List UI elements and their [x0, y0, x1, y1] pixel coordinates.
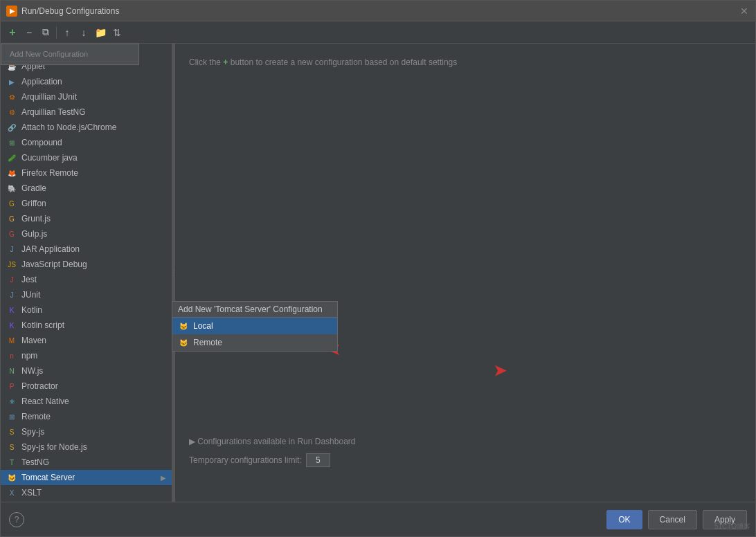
item-label: Gradle [21, 183, 46, 193]
submenu-item-remote[interactable]: 🐱 Remote [172, 334, 337, 351]
list-item[interactable]: 🥒 Cucumber java [1, 150, 172, 165]
ok-button[interactable]: OK [606, 510, 642, 529]
list-item[interactable]: G Griffon [1, 196, 172, 211]
list-item[interactable]: T TestNG [1, 455, 172, 470]
list-item[interactable]: K Kotlin script [1, 318, 172, 333]
list-item[interactable]: ⚙ Arquillian JUnit [1, 89, 172, 104]
list-item-more[interactable]: 33 items more (irrelevant)... [1, 500, 172, 502]
item-label: npm [21, 351, 37, 361]
item-label: Gulp.js [21, 229, 47, 239]
configs-available[interactable]: ▶ Configurations available in Run Dashbo… [189, 437, 355, 446]
item-label: Protractor [21, 381, 58, 391]
list-item[interactable]: ⚙ Arquillian TestNG [1, 104, 172, 120]
folder-button[interactable]: 📁 [93, 25, 108, 40]
move-up-button[interactable]: ↑ [60, 25, 75, 40]
kotlin-script-icon: K [6, 320, 17, 331]
close-button[interactable]: ✕ [739, 6, 750, 17]
list-item-remote[interactable]: ⊞ Remote [1, 409, 172, 424]
list-item[interactable]: X XSLT [1, 485, 172, 500]
item-label: Application [21, 77, 62, 87]
move-down-button[interactable]: ↓ [76, 25, 91, 40]
list-item[interactable]: J Jest [1, 272, 172, 287]
list-item[interactable]: S Spy-js for Node.js [1, 439, 172, 455]
protractor-icon: P [6, 381, 17, 392]
attach-icon: 🔗 [6, 122, 17, 133]
item-label: Spy-js [21, 427, 44, 437]
item-label: TestNG [21, 457, 49, 467]
list-item[interactable]: S Spy-js [1, 424, 172, 439]
list-item[interactable]: K Kotlin [1, 302, 172, 318]
react-icon: ⚛ [6, 396, 17, 407]
item-label: Kotlin [21, 305, 42, 315]
item-label: XSLT [21, 488, 42, 498]
tomcat-icon: 🐱 [6, 472, 17, 483]
cancel-button[interactable]: Cancel [648, 510, 697, 529]
item-label: Firefox Remote [21, 168, 78, 178]
firefox-icon: 🦊 [6, 167, 17, 179]
watermark: 51CTO博客 [714, 522, 750, 531]
item-label: JUnit [21, 290, 40, 300]
list-item[interactable]: 🔗 Attach to Node.js/Chrome [1, 120, 172, 135]
item-label: Jest [21, 275, 37, 284]
hint-suffix: button to create a new configuration bas… [228, 57, 457, 67]
submenu-arrow: ▶ [161, 474, 166, 482]
list-item-react-native[interactable]: ⚛ React Native [1, 394, 172, 409]
tomcat-submenu: Add New 'Tomcat Server' Configuration 🐱 … [172, 301, 338, 352]
list-item-application[interactable]: ▶ Application [1, 74, 172, 89]
item-label: Compound [21, 138, 62, 147]
right-panel: Click the + button to create a new confi… [175, 44, 755, 502]
item-label: Spy-js for Node.js [21, 442, 87, 452]
remove-config-button[interactable]: − [21, 25, 37, 40]
help-button[interactable]: ? [9, 512, 24, 527]
config-type-list[interactable]: 🐜 Ant Target ☕ Applet ▶ Application ⚙ Ar… [1, 44, 172, 502]
list-item[interactable]: P Protractor [1, 379, 172, 394]
sort-button[interactable]: ⇅ [109, 25, 125, 40]
item-label: Remote [21, 412, 51, 421]
list-item[interactable]: n npm [1, 348, 172, 363]
add-config-button[interactable]: + [5, 25, 20, 40]
list-item[interactable]: G Grunt.js [1, 211, 172, 226]
list-item-compound[interactable]: ⊞ Compound [1, 135, 172, 150]
remote-submenu-icon: 🐱 [178, 337, 189, 348]
item-label: NW.js [21, 366, 43, 376]
list-item-jar[interactable]: J JAR Application [1, 242, 172, 257]
local-icon: 🐱 [178, 320, 189, 331]
app-icon: ▶ [6, 6, 17, 17]
griffon-icon: G [6, 198, 17, 209]
list-item[interactable]: G Gulp.js [1, 226, 172, 242]
spyjs-node-icon: S [6, 442, 17, 453]
item-label: JavaScript Debug [21, 260, 87, 269]
configs-label: ▶ Configurations available in Run Dashbo… [189, 437, 355, 446]
hint-prefix: Click the [189, 57, 223, 67]
gruntjs-icon: G [6, 213, 17, 224]
copy-config-button[interactable]: ⧉ [38, 25, 53, 40]
item-label: Kotlin script [21, 320, 64, 330]
submenu-item-local[interactable]: 🐱 Local [172, 318, 337, 334]
list-item[interactable]: 🐘 Gradle [1, 181, 172, 196]
submenu-header: Add New 'Tomcat Server' Configuration [172, 301, 338, 318]
gradle-icon: 🐘 [6, 183, 17, 194]
list-item[interactable]: JS JavaScript Debug [1, 257, 172, 272]
spyjs-icon: S [6, 426, 17, 437]
nwjs-icon: N [6, 365, 17, 376]
gulpjs-icon: G [6, 228, 17, 239]
title-bar: ▶ Run/Debug Configurations ✕ [1, 1, 755, 21]
list-item[interactable]: J JUnit [1, 287, 172, 302]
item-label: Tomcat Server [21, 473, 75, 482]
list-item[interactable]: N NW.js [1, 363, 172, 379]
title-bar-left: ▶ Run/Debug Configurations [6, 6, 119, 17]
jar-icon: J [6, 244, 17, 255]
temp-limit-input[interactable] [306, 453, 330, 467]
item-label: Arquillian TestNG [21, 107, 85, 117]
list-item[interactable]: M Maven [1, 333, 172, 348]
arquillian-junit-icon: ⚙ [6, 91, 17, 102]
junit-icon: J [6, 289, 17, 300]
application-icon: ▶ [6, 76, 17, 87]
submenu-items: 🐱 Local 🐱 Remote [172, 318, 338, 352]
xslt-icon: X [6, 487, 17, 498]
main-content: 🐜 Ant Target ☕ Applet ▶ Application ⚙ Ar… [1, 44, 755, 502]
list-item-tomcat[interactable]: 🐱 Tomcat Server ▶ [1, 470, 172, 485]
list-item[interactable]: 🦊 Firefox Remote [1, 165, 172, 181]
toolbar: + − ⧉ ↑ ↓ 📁 ⇅ Add New Configuration [1, 21, 755, 44]
item-label: Arquillian JUnit [21, 92, 77, 102]
